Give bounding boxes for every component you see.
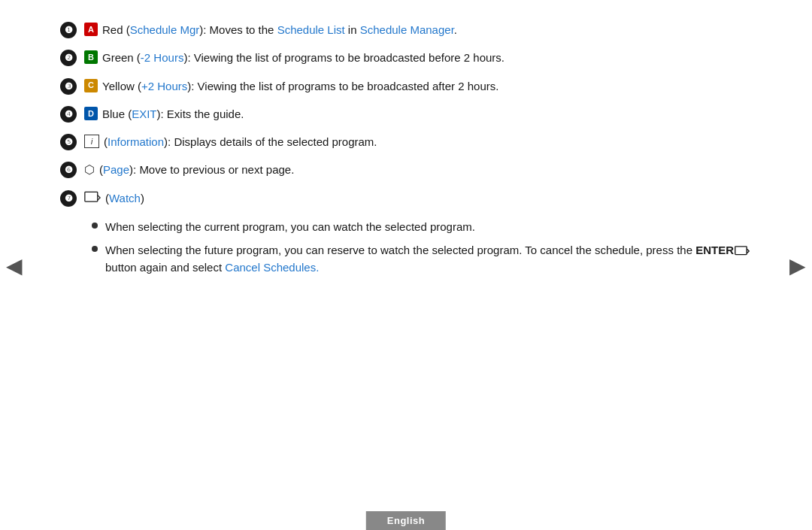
info-icon: i xyxy=(84,135,99,148)
list-item: ❻ ⬡ (Page): Move to previous or next pag… xyxy=(60,161,752,179)
minus2hours-link[interactable]: -2 Hours xyxy=(141,51,184,64)
schedule-list-link[interactable]: Schedule List xyxy=(277,23,345,36)
main-content: ❶ A Red (Schedule Mgr): Moves to the Sch… xyxy=(0,0,812,297)
bullet-7: ❼ xyxy=(60,190,77,207)
schedule-manager-link[interactable]: Schedule Manager xyxy=(360,23,454,36)
bullet-5: ❺ xyxy=(60,134,77,150)
list-item: ❷ B Green (-2 Hours): Viewing the list o… xyxy=(60,49,752,66)
sub-bullets: When selecting the current program, you … xyxy=(92,218,752,277)
sub-bullet-2-text: When selecting the future program, you c… xyxy=(105,241,752,277)
item-6-text: (Page): Move to previous or next page. xyxy=(99,161,752,178)
bullet-3: ❸ xyxy=(60,78,77,95)
list-item: ❸ C Yellow (+2 Hours): Viewing the list … xyxy=(60,77,752,95)
information-link[interactable]: Information xyxy=(108,135,164,148)
enter-key-label: ENTER xyxy=(695,244,734,256)
list-item: ❶ A Red (Schedule Mgr): Moves to the Sch… xyxy=(60,21,752,38)
schedule-mgr-link[interactable]: Schedule Mgr xyxy=(130,23,200,36)
badge-red: A xyxy=(84,23,98,36)
item-4-text: Blue (EXIT): Exits the guide. xyxy=(102,105,752,123)
language-bar: English xyxy=(366,511,446,530)
item-7-text: (Watch) xyxy=(105,189,752,207)
item-3-text: Yellow (+2 Hours): Viewing the list of p… xyxy=(102,77,752,95)
svg-rect-0 xyxy=(85,192,98,202)
sub-bullet-1-text: When selecting the current program, you … xyxy=(105,218,475,235)
item-5-text: (Information): Displays details of the s… xyxy=(104,133,752,150)
badge-green: B xyxy=(84,50,98,64)
badge-blue: D xyxy=(84,107,98,120)
watch-link[interactable]: Watch xyxy=(109,192,141,204)
language-label: English xyxy=(387,515,425,526)
plus2hours-link[interactable]: +2 Hours xyxy=(141,80,187,92)
exit-link[interactable]: EXIT xyxy=(132,108,156,120)
sub-bullet-1: When selecting the current program, you … xyxy=(92,218,752,235)
list-item: ❼ (Watch) xyxy=(60,189,752,207)
page-icon: ⬡ xyxy=(84,161,95,179)
bullet-1: ❶ xyxy=(60,22,77,38)
list-item: ❺ i (Information): Displays details of t… xyxy=(60,133,752,150)
enter-icon-inline xyxy=(735,246,750,256)
item-1-text: Red (Schedule Mgr): Moves to the Schedul… xyxy=(102,21,752,38)
item-2-text: Green (-2 Hours): Viewing the list of pr… xyxy=(102,49,752,66)
sub-bullet-dot-2 xyxy=(92,246,98,252)
bullet-2: ❷ xyxy=(60,50,77,66)
bullet-6: ❻ xyxy=(60,162,77,178)
sub-bullet-dot xyxy=(92,223,98,229)
page-link[interactable]: Page xyxy=(103,163,129,176)
watch-icon xyxy=(84,191,101,204)
sub-bullet-2: When selecting the future program, you c… xyxy=(92,241,752,277)
svg-rect-1 xyxy=(735,247,747,255)
badge-yellow: C xyxy=(84,79,98,92)
list-item: ❹ D Blue (EXIT): Exits the guide. xyxy=(60,105,752,123)
cancel-schedules-link[interactable]: Cancel Schedules. xyxy=(225,261,319,274)
bullet-4: ❹ xyxy=(60,106,77,123)
